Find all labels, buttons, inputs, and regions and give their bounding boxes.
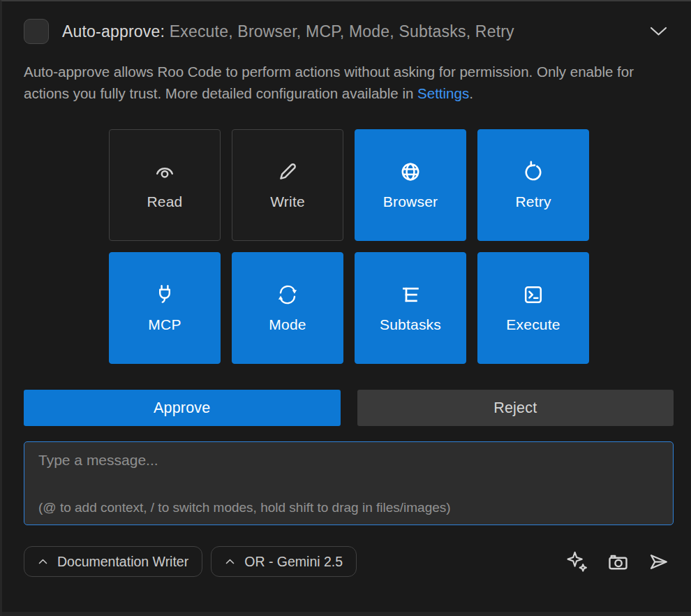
toggle-mode[interactable]: Mode [232,252,343,364]
auto-approve-title: Auto-approve: [62,22,165,41]
auto-approve-checkbox[interactable] [24,19,49,44]
toggle-label: Write [270,193,305,210]
enhance-prompt-button[interactable] [567,551,588,573]
toggle-label: Read [147,193,182,210]
settings-link[interactable]: Settings [417,85,469,101]
toggle-read[interactable]: Read [109,129,221,241]
camera-icon [607,551,629,573]
toggle-label: Mode [269,316,306,333]
bottom-divider [2,612,691,616]
sync-icon [276,284,299,306]
auto-approve-panel: Auto-approve: Execute, Browser, MCP, Mod… [0,0,691,616]
refresh-icon [522,161,544,183]
toggle-label: Execute [506,316,560,333]
message-composer[interactable]: (@ to add context, / to switch modes, ho… [24,441,674,525]
globe-icon [399,161,422,183]
pencil-icon [276,161,299,183]
mode-selector-label: Documentation Writer [57,554,188,570]
list-tree-icon [399,284,422,306]
chevron-up-icon [38,558,48,565]
terminal-icon [522,284,544,306]
toggle-retry[interactable]: Retry [477,129,589,241]
sparkle-icon [567,551,588,573]
description-text: Auto-approve allows Roo Code to perform … [24,64,634,101]
approve-button[interactable]: Approve [24,390,341,426]
auto-approve-summary: Execute, Browser, MCP, Mode, Subtasks, R… [165,22,514,41]
composer-hint: (@ to add context, / to switch modes, ho… [38,500,451,515]
mode-selector[interactable]: Documentation Writer [24,546,202,577]
toggle-mcp[interactable]: MCP [109,252,221,364]
toggle-subtasks[interactable]: Subtasks [355,252,466,364]
toggle-browser[interactable]: Browser [355,129,466,241]
auto-approve-label[interactable]: Auto-approve: Execute, Browser, MCP, Mod… [62,22,514,41]
toggle-label: Retry [515,193,551,210]
toggle-label: Browser [383,193,438,210]
model-selector-label: OR - Gemini 2.5 [244,554,343,570]
toggle-label: MCP [148,316,181,333]
description-period: . [469,85,473,101]
message-input[interactable] [38,452,659,492]
composer-footer: Documentation Writer OR - Gemini 2.5 [24,546,674,577]
auto-approve-description: Auto-approve allows Roo Code to perform … [24,61,660,104]
auto-approve-header: Auto-approve: Execute, Browser, MCP, Mod… [24,19,674,44]
chevron-up-icon [225,558,235,565]
toggle-execute[interactable]: Execute [477,252,589,364]
eye-icon [154,161,176,183]
auto-approve-toggle-grid: Read Write Browser [109,129,674,364]
action-buttons: Approve Reject [24,390,674,426]
send-button[interactable] [648,551,669,573]
toggle-write[interactable]: Write [232,129,343,241]
chevron-down-icon[interactable] [649,26,668,37]
plug-icon [154,284,176,306]
toggle-label: Subtasks [380,316,441,333]
screenshot-button[interactable] [607,551,629,573]
send-icon [648,551,669,573]
reject-button[interactable]: Reject [357,390,674,426]
model-selector[interactable]: OR - Gemini 2.5 [211,546,357,577]
